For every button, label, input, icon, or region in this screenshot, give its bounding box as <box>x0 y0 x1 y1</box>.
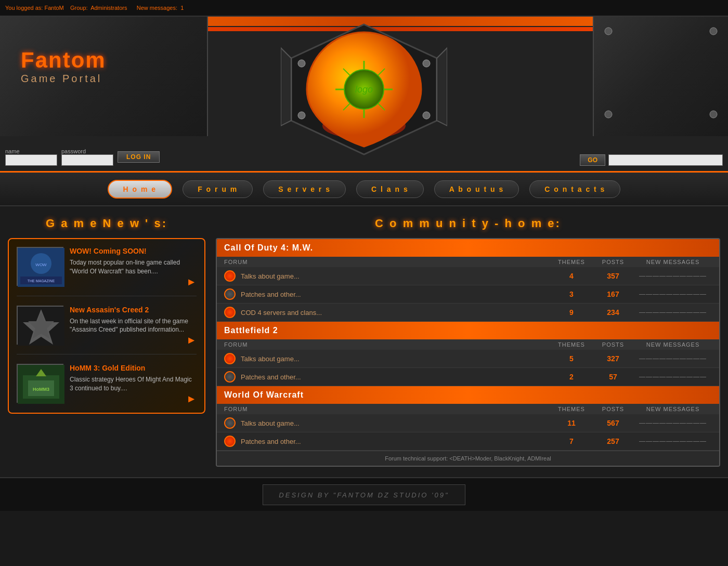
forum-name[interactable]: Talks about game... <box>241 272 551 280</box>
forum-dashes: —————————— <box>634 419 712 427</box>
forum-cols-cod4: forum THEMES posts NEW MESSAGES <box>217 257 719 267</box>
forum-dashes: —————————— <box>634 438 712 445</box>
forum-themes: 2 <box>551 373 592 381</box>
forum-name[interactable]: Patches and other... <box>241 291 551 298</box>
forum-cols-bf2: forum THEMES posts NEW MESSAGES <box>217 339 719 350</box>
forum-icon-active <box>224 436 236 447</box>
forum-section-wow: World Of Warcraft forum THEMES posts NEW… <box>217 386 719 451</box>
header: Fantom Game Portal <box>0 17 728 173</box>
nav-about[interactable]: A b o u t u s <box>434 180 519 198</box>
forum-row: COD 4 servers and clans... 9 234 ———————… <box>217 304 719 322</box>
forum-footer: Forum technical support: <DEATH>Moder, B… <box>217 451 719 466</box>
news-img-wow: WOW THE MAGAZINE <box>17 247 63 286</box>
community-title: C o m m u n i t y - h o m e: <box>216 217 720 230</box>
login-area: name password LOG IN <box>5 148 160 166</box>
forum-name[interactable]: Talks about game... <box>241 419 551 427</box>
forum-themes: 11 <box>551 419 592 427</box>
logo-subtitle: Game Portal <box>21 73 106 85</box>
svg-text:WOW: WOW <box>35 262 47 267</box>
forum-icon-active <box>224 353 236 364</box>
nav-contacts[interactable]: C o n t a c t s <box>529 180 620 198</box>
forum-row: Talks about game... 5 327 —————————— <box>217 350 719 368</box>
nav-clans[interactable]: C l a n s <box>356 180 424 198</box>
news-arrow-homm[interactable]: ► <box>186 393 197 405</box>
forum-row: Patches and other... 2 57 —————————— <box>217 368 719 386</box>
forum-icon-inactive <box>224 417 236 429</box>
game-news-title: G a m e N e w ' s: <box>8 217 205 230</box>
login-button[interactable]: LOG IN <box>118 151 160 163</box>
forum-name[interactable]: Talks about game... <box>241 355 551 363</box>
news-text-wow: Today most popular on-line game called "… <box>70 258 197 276</box>
nav-bar: H o m e F o r u m S e r v e r s C l a n … <box>0 173 728 206</box>
news-title-homm: HoMM 3: Gold Edition <box>70 364 197 372</box>
forum-name[interactable]: COD 4 servers and clans... <box>241 309 551 317</box>
site-logo: Fantom Game Portal <box>21 48 106 85</box>
main-content: G a m e N e w ' s: WOW THE MAGAZINE WOW!… <box>0 206 728 477</box>
news-content-ac: New Assasin's Creed 2 On the last week i… <box>70 306 197 347</box>
news-item-homm: HoMM3 HoMM 3: Gold Edition Classic strat… <box>17 364 197 405</box>
header-left-panel: Fantom Game Portal <box>0 17 208 136</box>
news-img-ac <box>17 306 63 345</box>
news-text-ac: On the last week in official site of the… <box>70 317 197 335</box>
search-input[interactable] <box>608 154 723 166</box>
forum-themes: 5 <box>551 354 592 363</box>
forum-name[interactable]: Patches and other... <box>241 438 551 445</box>
password-label: password <box>61 148 113 154</box>
forum-cols-wow: forum THEMES posts NEW MESSAGES <box>217 404 719 414</box>
footer-text: DESIGN BY "FANTOM DZ STUDIO '09" <box>279 491 449 499</box>
news-title-ac: New Assasin's Creed 2 <box>70 306 197 314</box>
news-arrow-wow[interactable]: ► <box>186 276 197 288</box>
forum-posts: 257 <box>592 437 634 445</box>
svg-text:THE MAGAZINE: THE MAGAZINE <box>28 279 55 283</box>
news-item-wow: WOW THE MAGAZINE WOW! Coming SOON! Today… <box>17 247 197 296</box>
forum-section-cod4-header: Call Of Duty 4: M.W. <box>217 239 719 257</box>
forum-posts: 167 <box>592 290 634 298</box>
forum-posts: 234 <box>592 308 634 317</box>
forum-themes: 4 <box>551 272 592 280</box>
news-item-ac: New Assasin's Creed 2 On the last week i… <box>17 306 197 355</box>
bolt-br1 <box>604 110 613 121</box>
svg-point-16 <box>423 60 430 67</box>
name-input[interactable] <box>5 154 57 166</box>
top-bar: You logged as: FantoM Group: Administrat… <box>0 0 728 17</box>
page-footer: DESIGN BY "FANTOM DZ STUDIO '09" <box>0 477 728 511</box>
svg-point-17 <box>423 112 430 119</box>
svg-text:logo: logo <box>355 84 373 95</box>
password-input[interactable] <box>61 154 113 166</box>
forum-row: Talks about game... 4 357 —————————— <box>217 267 719 285</box>
news-img-homm: HoMM3 <box>17 364 63 403</box>
center-logo: logo <box>281 22 447 157</box>
news-text-homm: Classic strategy Heroes Of Might And Mag… <box>70 375 197 393</box>
forum-name[interactable]: Patches and other... <box>241 373 551 381</box>
svg-marker-1 <box>281 48 291 126</box>
forum-icon-inactive <box>224 371 236 383</box>
forum-posts: 357 <box>592 272 634 280</box>
svg-point-19 <box>710 28 717 35</box>
news-arrow-ac[interactable]: ► <box>186 334 197 346</box>
forum-row: Patches and other... 7 257 —————————— <box>217 432 719 451</box>
bolt-tr2 <box>709 27 718 37</box>
nav-home[interactable]: H o m e <box>108 180 173 199</box>
logo-title: Fantom <box>21 48 106 73</box>
forum-icon-active <box>224 307 236 318</box>
name-label: name <box>5 148 57 154</box>
svg-point-14 <box>298 60 305 67</box>
news-content-wow: WOW! Coming SOON! Today most popular on-… <box>70 247 197 288</box>
search-button[interactable]: GO <box>580 154 605 166</box>
footer-box: DESIGN BY "FANTOM DZ STUDIO '09" <box>263 484 465 505</box>
svg-text:HoMM3: HoMM3 <box>33 387 49 392</box>
forum-dashes: —————————— <box>634 291 712 298</box>
logo-svg: logo <box>281 22 447 157</box>
nav-servers[interactable]: S e r v e r s <box>263 180 346 198</box>
forum-dashes: —————————— <box>634 373 712 380</box>
header-right-panel <box>593 17 728 136</box>
forum-icon-inactive <box>224 288 236 300</box>
forum-themes: 7 <box>551 437 592 445</box>
nav-forum[interactable]: F o r u m <box>183 180 253 198</box>
forum-section-bf2: Battlefield 2 forum THEMES posts NEW MES… <box>217 322 719 386</box>
forum-dashes: —————————— <box>634 309 712 316</box>
news-panel: WOW THE MAGAZINE WOW! Coming SOON! Today… <box>8 238 205 414</box>
logged-as-text: You logged as: FantoM Group: Administrat… <box>5 5 184 11</box>
forum-icon-active <box>224 270 236 282</box>
search-area: GO <box>580 154 723 166</box>
